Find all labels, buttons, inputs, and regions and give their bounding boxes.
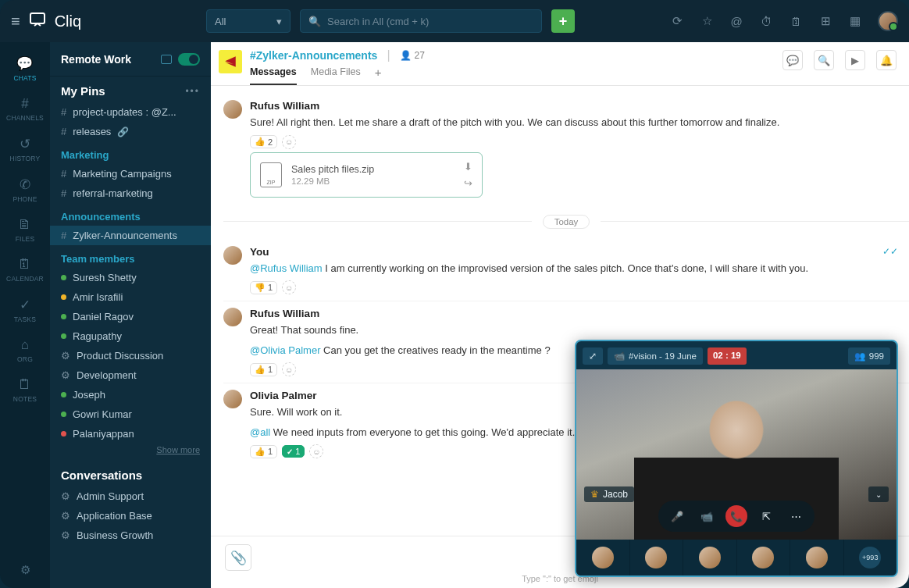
file-attachment[interactable]: Sales pitch files.zip12.29 MB⬇↪ — [250, 152, 483, 198]
top-actions: ⟳ ☆ @ ⏱ 🗓 ⊞ ▦ — [670, 11, 898, 31]
reaction[interactable]: 1 — [282, 445, 305, 458]
sidebar-item[interactable]: Ragupathy — [50, 326, 211, 346]
profile-avatar[interactable] — [878, 11, 898, 31]
channel-title[interactable]: #Zylker-Announcements — [250, 49, 377, 62]
reaction[interactable]: 1 — [250, 445, 277, 458]
message-author: You — [250, 246, 893, 258]
menu-icon[interactable]: ≡ — [11, 12, 20, 30]
widgets-icon[interactable]: ▦ — [848, 14, 862, 28]
add-reaction-icon[interactable]: ☺ — [282, 280, 296, 294]
status-toggle[interactable] — [178, 53, 200, 66]
at-icon[interactable]: @ — [729, 14, 743, 28]
sidebar-item[interactable]: ⚙Development — [50, 365, 211, 385]
sidebar-item[interactable]: ⚙Product Discussion — [50, 346, 211, 365]
rail-phone[interactable]: ✆PHONE — [6, 169, 44, 210]
sidebar-item[interactable]: Amir Israfili — [50, 287, 211, 307]
sidebar-item[interactable]: ⚙Admin Support — [50, 486, 211, 506]
add-button[interactable]: + — [551, 9, 575, 33]
end-call-icon[interactable]: 📞 — [725, 505, 747, 527]
sidebar-item[interactable]: #referral-marketing — [50, 184, 211, 203]
call-channel: 📹 #vision - 19 June — [608, 347, 703, 365]
participant-thumb[interactable] — [737, 540, 791, 576]
settings-icon[interactable]: ⚙ — [20, 552, 30, 588]
video-action-icon[interactable]: ▶ — [845, 50, 865, 70]
search-action-icon[interactable]: 🔍 — [814, 50, 834, 70]
participant-more[interactable]: +993 — [844, 540, 897, 576]
section-marketing[interactable]: Marketing — [50, 141, 211, 164]
add-tab-icon[interactable]: + — [375, 66, 382, 85]
participant-thumb[interactable] — [576, 540, 630, 576]
section-team[interactable]: Team members — [50, 245, 211, 268]
sidebar-item[interactable]: ⚙Application Base — [50, 506, 211, 526]
add-reaction-icon[interactable]: ☺ — [282, 362, 296, 376]
reaction[interactable]: 1 — [250, 281, 277, 294]
sidebar-item[interactable]: Daniel Ragov — [50, 307, 211, 326]
workspace-header[interactable]: Remote Work — [50, 42, 211, 77]
mic-icon[interactable]: 🎤 — [666, 505, 688, 527]
collapse-strip-icon[interactable]: ⌄ — [868, 486, 889, 502]
scope-dropdown[interactable]: All ▾ — [206, 9, 291, 33]
more-controls-icon[interactable]: ⋯ — [785, 505, 807, 527]
tab-media[interactable]: Media Files — [311, 66, 361, 85]
participant-thumb[interactable] — [630, 540, 684, 576]
screenshare-icon[interactable]: ⇱ — [755, 505, 777, 527]
mention[interactable]: @Olivia Palmer — [250, 344, 321, 356]
sidebar-item[interactable]: Palaniyappan — [50, 424, 211, 444]
avatar[interactable] — [223, 390, 242, 408]
participant-thumb[interactable] — [683, 540, 737, 576]
gear-icon: ⚙ — [61, 350, 70, 362]
participant-thumb[interactable] — [790, 540, 844, 576]
more-icon[interactable]: ••• — [185, 86, 200, 97]
chat-action-icon[interactable]: 💬 — [782, 50, 803, 70]
show-more-link[interactable]: Show more — [50, 444, 211, 461]
channel-avatar — [219, 50, 242, 73]
member-count[interactable]: 👤 27 — [400, 50, 425, 61]
reminder-icon[interactable]: ⏱ — [759, 14, 773, 28]
camera-toggle-icon[interactable]: 📹 — [696, 505, 718, 527]
reaction[interactable]: 1 — [250, 363, 277, 376]
rail-chats[interactable]: 💬CHATS — [6, 48, 44, 89]
expand-icon[interactable]: ⤢ — [583, 347, 603, 365]
sidebar-item[interactable]: Joseph — [50, 385, 211, 404]
attach-icon[interactable]: 📎 — [225, 544, 251, 571]
sidebar-item[interactable]: Gowri Kumar — [50, 404, 211, 424]
bell-action-icon[interactable]: 🔔 — [876, 50, 897, 70]
rail-tasks[interactable]: ✓TASKS — [6, 290, 44, 330]
sidebar-item[interactable]: Suresh Shetty — [50, 268, 211, 287]
rail-channels[interactable]: #CHANNELS — [6, 89, 44, 129]
participant-strip: +993 — [576, 540, 897, 576]
avatar[interactable] — [223, 246, 242, 265]
refresh-icon[interactable]: ⟳ — [670, 14, 684, 28]
section-announcements[interactable]: Announcements — [50, 203, 211, 226]
video-call-panel[interactable]: ⤢ 📹 #vision - 19 June 02 : 19 👥 999 ♛ Ja… — [575, 340, 898, 577]
sidebar-item[interactable]: #Marketing Campaigns — [50, 164, 211, 184]
download-icon[interactable]: ⬇ — [464, 161, 472, 173]
sidebar-item[interactable]: ⚙Business Growth — [50, 526, 211, 545]
link-icon: 🔗 — [117, 127, 129, 137]
rail-org[interactable]: ⌂ORG — [6, 330, 44, 370]
sidebar-item[interactable]: #releases 🔗 — [50, 122, 211, 141]
rail-files[interactable]: 🗎FILES — [6, 210, 44, 250]
avatar[interactable] — [223, 100, 242, 119]
calendar-icon[interactable]: 🗓 — [789, 14, 803, 28]
search-input[interactable]: 🔍 Search in All (cmd + k) — [300, 9, 542, 33]
svg-rect-0 — [30, 13, 45, 23]
add-reaction-icon[interactable]: ☺ — [282, 135, 296, 149]
mention[interactable]: @all — [250, 426, 270, 438]
mention[interactable]: @Rufus William — [250, 262, 323, 274]
sidebar-item[interactable]: #Zylker-Announcements — [50, 226, 211, 245]
rail-notes[interactable]: 🗒NOTES — [6, 370, 44, 410]
participant-count[interactable]: 👥 999 — [848, 347, 890, 365]
share-icon[interactable]: ↪ — [464, 177, 472, 189]
monitor-icon[interactable] — [161, 55, 172, 64]
rail-calendar[interactable]: 🗓CALENDAR — [6, 250, 44, 290]
sidebar-item[interactable]: #project-updates : @Z... — [50, 102, 211, 122]
add-reaction-icon[interactable]: ☺ — [309, 444, 323, 458]
reactions: 2☺ — [250, 135, 893, 149]
tab-messages[interactable]: Messages — [250, 66, 297, 85]
avatar[interactable] — [223, 308, 242, 326]
star-icon[interactable]: ☆ — [700, 14, 714, 28]
apps-icon[interactable]: ⊞ — [818, 14, 832, 28]
reaction[interactable]: 2 — [250, 135, 277, 148]
rail-history[interactable]: ↺HISTORY — [6, 129, 44, 169]
